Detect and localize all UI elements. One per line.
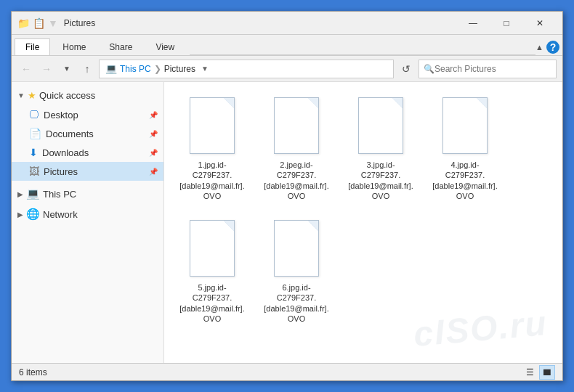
breadcrumb-pictures[interactable]: Pictures: [164, 64, 195, 74]
file-label: 3.jpg.id-C279F237.[dable19@mail.fr].OVO: [348, 160, 413, 201]
explorer-window: 📁 📋 ▼ Pictures — □ ✕ File Home Share Vie…: [11, 11, 563, 381]
list-view-button[interactable]: ☰: [522, 365, 538, 380]
network-icon: 🌐: [26, 208, 40, 221]
icon-view-button[interactable]: ⯀: [539, 365, 555, 380]
file-grid: 1.jpg.id-C279F237.[dable19@mail.fr].OVO …: [176, 94, 551, 327]
close-button[interactable]: ✕: [523, 12, 557, 35]
title-bar-title: Pictures: [64, 18, 456, 28]
expand-icon-network: ▶: [17, 211, 23, 219]
file-label: 2.jpeg.id-C279F237.[dable19@mail.fr].OVO: [264, 160, 329, 201]
file-page: [274, 220, 319, 277]
title-bar: 📁 📋 ▼ Pictures — □ ✕: [12, 12, 562, 35]
status-bar: 6 items ☰ ⯀: [12, 363, 562, 380]
up-button[interactable]: ↑: [78, 60, 96, 78]
sidebar-item-pictures[interactable]: 🖼 Pictures 📌: [12, 162, 163, 181]
ribbon-tabs: File Home Share View ▲ ?: [12, 35, 562, 55]
downloads-icon: ⬇: [29, 147, 38, 158]
breadcrumb[interactable]: 💻 This PC ❯ Pictures ▼: [99, 60, 394, 78]
items-count: 6 items: [19, 367, 47, 377]
file-item-5[interactable]: 5.jpg.id-C279F237.[dable19@mail.fr].OVO: [176, 216, 248, 327]
tab-file[interactable]: File: [15, 38, 50, 55]
pin-icon: 📌: [149, 149, 158, 157]
tab-view[interactable]: View: [145, 38, 185, 55]
sidebar-section-quick-access[interactable]: ▼ ★ Quick access: [12, 85, 163, 105]
file-icon: [440, 97, 490, 157]
refresh-button[interactable]: ↺: [397, 60, 416, 78]
help-button[interactable]: ?: [546, 41, 559, 54]
file-icon: [271, 220, 322, 279]
file-label: 6.jpg.id-C279F237.[dable19@mail.fr].OVO: [264, 282, 329, 324]
pictures-icon: 🖼: [29, 166, 39, 177]
tab-share[interactable]: Share: [98, 38, 143, 55]
breadcrumb-thispc[interactable]: This PC: [120, 64, 151, 74]
file-icon: [271, 97, 322, 157]
ribbon-collapse-btn[interactable]: ▲: [535, 43, 543, 52]
file-icon: [187, 220, 238, 279]
documents-icon: 📄: [29, 128, 41, 139]
sidebar-thispc-label: This PC: [43, 189, 76, 200]
ribbon: File Home Share View ▲ ?: [12, 35, 562, 56]
forward-button[interactable]: →: [38, 60, 55, 78]
search-icon: 🔍: [424, 64, 434, 74]
address-bar: ← → ▼ ↑ 💻 This PC ❯ Pictures ▼ ↺ 🔍: [12, 56, 562, 82]
maximize-button[interactable]: □: [490, 12, 523, 35]
sidebar-item-downloads[interactable]: ⬇ Downloads 📌: [12, 143, 163, 162]
pin-icon: 📌: [149, 168, 158, 176]
file-page: [190, 97, 235, 154]
file-item-4[interactable]: 4.jpg.id-C279F237.[dable19@mail.fr].OVO: [429, 94, 501, 205]
file-label: 1.jpg.id-C279F237.[dable19@mail.fr].OVO: [179, 160, 245, 201]
file-label: 4.jpg.id-C279F237.[dable19@mail.fr].OVO: [432, 160, 498, 201]
file-area: 1.jpg.id-C279F237.[dable19@mail.fr].OVO …: [164, 82, 562, 363]
file-page: [442, 97, 488, 154]
minimize-button[interactable]: —: [456, 12, 490, 35]
file-item-3[interactable]: 3.jpg.id-C279F237.[dable19@mail.fr].OVO: [344, 94, 417, 205]
sidebar-documents-label: Documents: [46, 128, 94, 139]
sidebar-item-desktop[interactable]: 🖵 Desktop 📌: [12, 105, 163, 124]
sidebar-section-thispc[interactable]: ▶ 💻 This PC: [12, 184, 163, 204]
file-item-1[interactable]: 1.jpg.id-C279F237.[dable19@mail.fr].OVO: [176, 94, 248, 205]
search-box[interactable]: 🔍: [419, 60, 557, 78]
file-page: [190, 220, 235, 277]
file-label: 5.jpg.id-C279F237.[dable19@mail.fr].OVO: [179, 282, 245, 324]
sidebar-quickaccess-label: Quick access: [39, 90, 95, 101]
sidebar-downloads-label: Downloads: [42, 147, 89, 158]
file-icon: [187, 97, 238, 157]
star-icon: ★: [28, 90, 36, 101]
sidebar: ▼ ★ Quick access 🖵 Desktop 📌 📄 Documents…: [12, 82, 164, 363]
back-button[interactable]: ←: [17, 60, 35, 78]
tab-home[interactable]: Home: [52, 38, 97, 55]
view-controls: ☰ ⯀: [522, 365, 555, 380]
sidebar-desktop-label: Desktop: [44, 110, 78, 121]
main-content: ▼ ★ Quick access 🖵 Desktop 📌 📄 Documents…: [12, 82, 562, 363]
file-page: [358, 97, 403, 154]
sidebar-network-label: Network: [43, 209, 78, 220]
expand-icon-thispc: ▶: [17, 190, 23, 198]
pin-icon: 📌: [149, 111, 158, 119]
recent-locations-button[interactable]: ▼: [58, 60, 76, 78]
expand-icon: ▼: [17, 91, 25, 99]
file-icon: [355, 97, 406, 157]
pin-icon: 📌: [149, 130, 158, 138]
search-input[interactable]: [434, 64, 551, 74]
pc-icon: 💻: [26, 187, 40, 200]
file-page: [274, 97, 319, 154]
sidebar-section-network[interactable]: ▶ 🌐 Network: [12, 204, 163, 224]
sidebar-pictures-label: Pictures: [44, 166, 78, 177]
desktop-icon: 🖵: [29, 109, 39, 121]
file-item-2[interactable]: 2.jpeg.id-C279F237.[dable19@mail.fr].OVO: [260, 94, 333, 205]
title-bar-icon: 📁 📋 ▼: [17, 17, 58, 29]
sidebar-item-documents[interactable]: 📄 Documents 📌: [12, 124, 163, 143]
title-bar-controls: — □ ✕: [456, 12, 557, 35]
file-item-6[interactable]: 6.jpg.id-C279F237.[dable19@mail.fr].OVO: [260, 216, 333, 327]
